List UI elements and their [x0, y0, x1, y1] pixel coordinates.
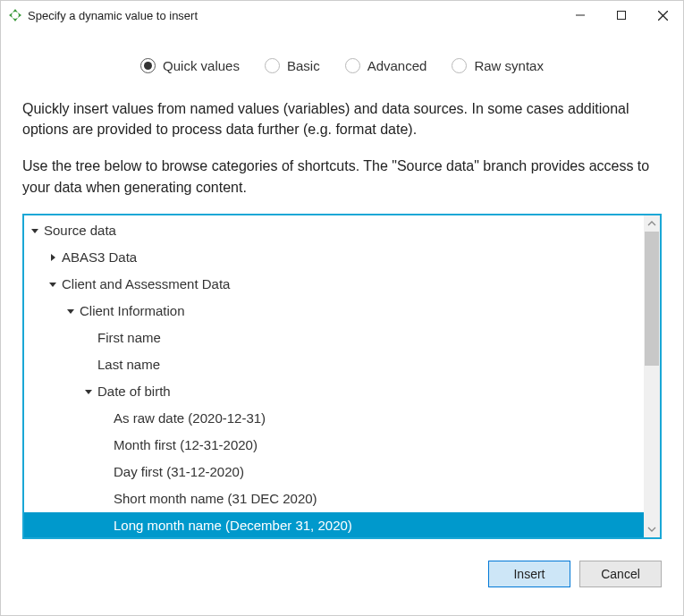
radio-indicator-icon: [452, 58, 467, 73]
tree-body[interactable]: Source dataABAS3 DataClient and Assessme…: [24, 215, 644, 537]
dialog-footer: Insert Cancel: [1, 546, 683, 605]
tree-row-label: Date of birth: [97, 384, 171, 399]
tree-row[interactable]: Last name: [24, 351, 644, 378]
tree-row[interactable]: Day first (31-12-2020): [24, 459, 644, 485]
titlebar: Specify a dynamic value to insert: [1, 1, 683, 30]
tree-row[interactable]: Client Information: [24, 298, 644, 325]
radio-quick-values[interactable]: Quick values: [140, 58, 240, 73]
insert-button[interactable]: Insert: [488, 561, 570, 587]
disclosure-down-icon[interactable]: [47, 280, 58, 289]
app-icon: [8, 8, 22, 22]
tree-row-label: Day first (31-12-2020): [114, 464, 244, 479]
radio-basic[interactable]: Basic: [265, 58, 320, 73]
description-para-2: Use the tree below to browse categories …: [22, 156, 662, 197]
tree-row-label: First name: [97, 330, 161, 345]
radio-indicator-icon: [265, 58, 280, 73]
radio-label: Basic: [287, 58, 320, 73]
tree-row[interactable]: ABAS3 Data: [24, 244, 644, 271]
tree-row[interactable]: Source data: [24, 217, 644, 244]
tree-row[interactable]: First name: [24, 325, 644, 351]
maximize-button[interactable]: [601, 1, 642, 30]
disclosure-down-icon[interactable]: [83, 387, 94, 396]
scrollbar-thumb[interactable]: [645, 232, 659, 366]
radio-label: Advanced: [367, 58, 427, 73]
tree-row-label: Client and Assessment Data: [62, 276, 230, 291]
tree-row-label: ABAS3 Data: [62, 249, 137, 265]
tree-row-label: Month first (12-31-2020): [114, 437, 258, 452]
tree-row-label: Last name: [97, 357, 160, 372]
disclosure-down-icon[interactable]: [30, 226, 40, 235]
tree-row[interactable]: Long month name (December 31, 2020): [24, 512, 644, 537]
tree-row[interactable]: Short month name (31 DEC 2020): [24, 485, 644, 512]
button-label: Cancel: [601, 567, 640, 581]
disclosure-right-icon[interactable]: [47, 253, 58, 262]
radio-label: Raw syntax: [474, 58, 544, 73]
mode-radio-group: Quick values Basic Advanced Raw syntax: [22, 58, 662, 73]
button-label: Insert: [513, 567, 545, 581]
cancel-button[interactable]: Cancel: [579, 561, 662, 587]
tree-scrollbar[interactable]: [644, 215, 660, 537]
scroll-down-icon[interactable]: [644, 521, 660, 537]
close-button[interactable]: [642, 1, 683, 30]
tree-row-label: Short month name (31 DEC 2020): [114, 491, 317, 506]
radio-indicator-icon: [140, 58, 156, 73]
disclosure-down-icon[interactable]: [65, 307, 76, 316]
window-title: Specify a dynamic value to insert: [28, 9, 198, 22]
description-para-1: Quickly insert values from named values …: [22, 98, 662, 139]
tree-row-label: Long month name (December 31, 2020): [114, 518, 352, 533]
tree-row-label: As raw date (2020-12-31): [114, 410, 266, 426]
scroll-up-icon[interactable]: [644, 215, 660, 232]
window-controls: [560, 1, 683, 30]
radio-indicator-icon: [345, 58, 360, 73]
tree-row[interactable]: Month first (12-31-2020): [24, 432, 644, 459]
svg-rect-0: [618, 12, 626, 20]
radio-advanced[interactable]: Advanced: [345, 58, 427, 73]
tree-row[interactable]: Client and Assessment Data: [24, 271, 644, 298]
radio-raw-syntax[interactable]: Raw syntax: [452, 58, 544, 73]
dialog-content: Quick values Basic Advanced Raw syntax Q…: [1, 30, 683, 546]
radio-label: Quick values: [163, 58, 240, 73]
tree-row[interactable]: As raw date (2020-12-31): [24, 405, 644, 432]
tree-row-label: Source data: [44, 223, 116, 238]
minimize-button[interactable]: [560, 1, 601, 30]
tree-row-label: Client Information: [80, 303, 185, 318]
tree-row[interactable]: Date of birth: [24, 378, 644, 405]
tree-panel: Source dataABAS3 DataClient and Assessme…: [22, 214, 662, 539]
